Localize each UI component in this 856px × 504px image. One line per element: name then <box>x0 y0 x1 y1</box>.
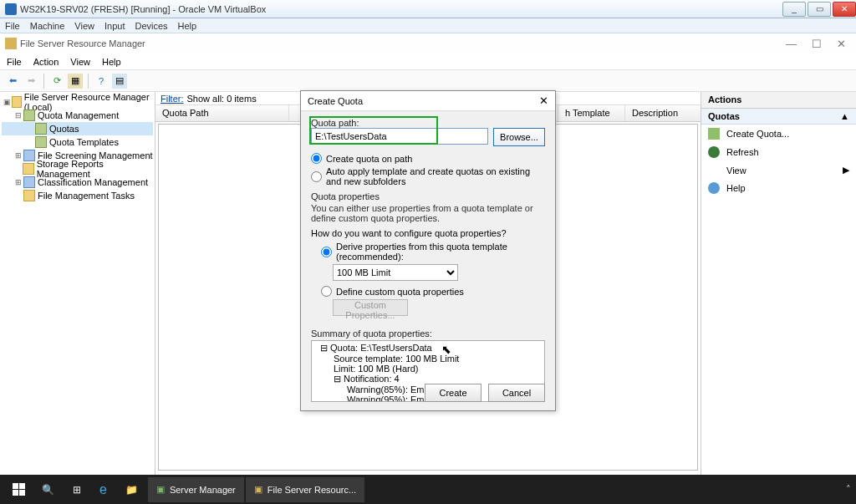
taskbar: 🔍 ⊞ e 📁 ▣Server Manager ▣File Server Res… <box>0 475 856 504</box>
action-create-quota[interactable]: Create Quota... <box>701 125 856 143</box>
back-button[interactable]: ⬅ <box>5 74 20 89</box>
tree-classification[interactable]: ⊞Classification Management <box>2 176 153 189</box>
col-match-template[interactable]: h Template <box>558 105 625 121</box>
virtualbox-icon <box>5 3 17 15</box>
radio-auto-apply[interactable] <box>311 171 322 182</box>
tree-quotas[interactable]: Quotas <box>2 122 153 135</box>
options-button[interactable]: ▤ <box>112 74 127 89</box>
actions-pane: Actions Quotas▲ Create Quota... Refresh … <box>701 92 856 475</box>
vb-menu-input[interactable]: Input <box>104 21 125 31</box>
template-select[interactable]: 100 MB Limit <box>333 264 458 281</box>
taskbar-search[interactable]: 🔍 <box>33 477 63 502</box>
taskbar-fsrm[interactable]: ▣File Server Resourc... <box>246 477 364 502</box>
radio-derive[interactable] <box>321 247 332 257</box>
create-quota-dialog: Create Quota ✕ Quota path: Browse... Cre… <box>300 90 556 411</box>
fsrm-menubar: File Action View Help <box>0 53 856 70</box>
filter-button[interactable]: ▦ <box>68 74 83 89</box>
vb-menu-machine[interactable]: Machine <box>30 21 65 31</box>
virtualbox-titlebar: WS2K19-SRV02 (FRESH) [Running] - Oracle … <box>0 0 856 18</box>
collapse-icon[interactable]: ▲ <box>840 111 849 121</box>
vb-menu-help[interactable]: Help <box>178 21 197 31</box>
fsrm-close-button[interactable]: ✕ <box>837 38 846 50</box>
fsrm-menu-help[interactable]: Help <box>102 57 121 67</box>
fsrm-menu-action[interactable]: Action <box>33 57 59 67</box>
summary-label: Summary of quota properties: <box>311 328 432 339</box>
start-button[interactable] <box>5 477 32 502</box>
col-quota-path[interactable]: Quota Path <box>155 105 289 121</box>
tray-chevron-icon[interactable]: ˄ <box>846 484 851 495</box>
tree-storage-reports[interactable]: Storage Reports Management <box>2 162 153 176</box>
create-button[interactable]: Create <box>425 384 482 402</box>
taskbar-ie[interactable]: e <box>91 477 115 502</box>
radio-custom[interactable] <box>321 286 332 297</box>
chevron-right-icon: ▶ <box>843 165 849 176</box>
forward-button[interactable]: ➡ <box>23 74 38 89</box>
fsrm-maximize-button[interactable]: ☐ <box>812 38 822 50</box>
option-custom[interactable]: Define custom quota properties <box>321 286 545 297</box>
fsrm-icon <box>5 38 17 49</box>
actions-header: Actions <box>701 92 856 109</box>
help-button[interactable]: ? <box>94 74 109 89</box>
option-derive[interactable]: Derive properties from this quota templa… <box>321 242 545 262</box>
tree-file-management-tasks[interactable]: File Management Tasks <box>2 189 153 202</box>
fsrm-title: File Server Resource Manager <box>20 38 786 48</box>
dialog-titlebar: Create Quota ✕ <box>301 91 555 111</box>
virtualbox-title: WS2K19-SRV02 (FRESH) [Running] - Oracle … <box>20 4 781 14</box>
vb-menu-file[interactable]: File <box>5 21 20 31</box>
quota-properties-desc: You can either use properties from a quo… <box>311 203 545 223</box>
taskbar-explorer[interactable]: 📁 <box>117 477 146 502</box>
action-view[interactable]: View▶ <box>701 161 856 179</box>
browse-button[interactable]: Browse... <box>493 128 545 146</box>
refresh-button[interactable]: ⟳ <box>49 74 64 89</box>
fsrm-minimize-button[interactable]: — <box>786 38 797 50</box>
action-help[interactable]: Help <box>701 179 856 197</box>
virtualbox-menubar: File Machine View Input Devices Help <box>0 18 856 33</box>
vb-menu-devices[interactable]: Devices <box>135 21 167 31</box>
vb-maximize-button[interactable]: ▭ <box>808 2 831 17</box>
summary-row: Source template: 100 MB Limit <box>313 354 543 364</box>
fsrm-toolbar: ⬅ ➡ ⟳ ▦ ? ▤ <box>0 70 856 92</box>
vb-close-button[interactable]: ✕ <box>833 2 856 17</box>
option-create-on-path[interactable]: Create quota on path <box>311 153 545 164</box>
quota-path-label: Quota path: <box>311 118 359 128</box>
fsrm-menu-view[interactable]: View <box>70 57 90 67</box>
summary-row: Limit: 100 MB (Hard) <box>313 364 543 374</box>
dialog-title: Create Quota <box>308 96 363 106</box>
quota-path-input[interactable] <box>311 128 488 145</box>
tree-root[interactable]: ▣File Server Resource Manager (Local) <box>2 95 153 109</box>
action-refresh[interactable]: Refresh <box>701 143 856 161</box>
col-description[interactable]: Description <box>625 105 701 121</box>
taskbar-taskview[interactable]: ⊞ <box>64 477 89 502</box>
custom-properties-button: Custom Properties... <box>333 299 408 316</box>
filter-link[interactable]: Filter: <box>160 94 184 104</box>
radio-create-on-path[interactable] <box>311 153 322 164</box>
vb-minimize-button[interactable]: _ <box>782 2 806 17</box>
filter-text: Show all: 0 items <box>187 94 257 104</box>
dialog-close-button[interactable]: ✕ <box>539 94 548 107</box>
fsrm-titlebar: File Server Resource Manager — ☐ ✕ <box>0 33 856 53</box>
vb-menu-view[interactable]: View <box>74 21 94 31</box>
actions-subheader: Quotas▲ <box>701 109 856 125</box>
how-configure-label: How do you want to configure quota prope… <box>311 228 545 238</box>
tree-quota-templates[interactable]: Quota Templates <box>2 135 153 149</box>
taskbar-server-manager[interactable]: ▣Server Manager <box>148 477 244 502</box>
option-auto-apply[interactable]: Auto apply template and create quotas on… <box>311 166 545 186</box>
nav-tree: ▣File Server Resource Manager (Local) ⊟Q… <box>0 92 155 475</box>
summary-row: ⊟ Quota: E:\TestUsersData <box>313 343 543 354</box>
quota-properties-header: Quota properties <box>311 191 380 201</box>
cancel-button[interactable]: Cancel <box>488 384 545 402</box>
system-tray[interactable]: ˄ <box>846 484 851 495</box>
fsrm-menu-file[interactable]: File <box>7 57 22 67</box>
